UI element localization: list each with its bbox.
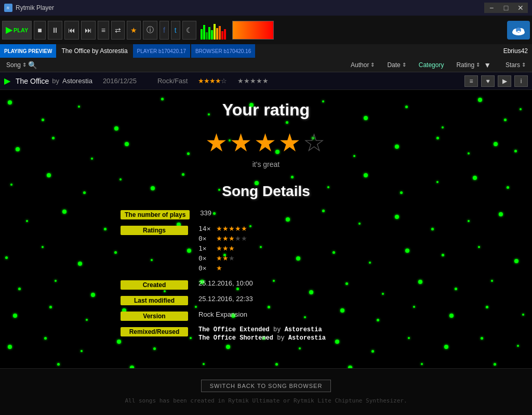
- col-category[interactable]: Category: [413, 58, 450, 72]
- remixed-title-1: The Office Extended: [198, 326, 270, 333]
- playing-badge: PLAYING PREVIEW: [0, 44, 56, 58]
- content-panel: Your rating ★★★★☆ it's great Song Detail…: [121, 100, 411, 348]
- col-song[interactable]: Song ⇕ 🔍: [0, 58, 43, 72]
- player-info: PLAYER b170420.17: [133, 44, 190, 58]
- rating-stars-5: ★★★★★: [216, 225, 247, 232]
- background-dot: [455, 288, 457, 290]
- titlebar-left: R Rytmik Player: [4, 4, 54, 12]
- minimize-button[interactable]: −: [484, 3, 499, 13]
- background-dot: [468, 220, 470, 222]
- background-dot: [421, 363, 423, 365]
- song-rating-stars: ★★★★: [198, 77, 221, 85]
- background-dot: [517, 345, 519, 347]
- details-table: The number of plays 339 Ratings 14× ★★★★…: [121, 209, 411, 343]
- background-dot: [55, 280, 57, 282]
- background-dot: [49, 306, 52, 308]
- modified-row: Last modified 25.12.2016, 22:33: [121, 295, 411, 305]
- remixed-line-1: The Office Extended by Astorestia: [198, 326, 411, 333]
- cloud-button[interactable]: ☁: [507, 21, 530, 40]
- background-dot: [81, 350, 83, 352]
- window-controls[interactable]: − □ ✕: [484, 3, 528, 13]
- col-date[interactable]: Date ⇕: [381, 58, 412, 72]
- col-rating-label: Rating: [456, 61, 474, 69]
- main-content: Your rating ★★★★☆ it's great Song Detail…: [0, 90, 532, 415]
- song-details-title: Song Details: [121, 183, 411, 200]
- background-dot: [114, 251, 117, 254]
- background-dot: [26, 220, 28, 222]
- rating-line-3star-a: 0× ★★★★★: [198, 235, 411, 242]
- favorite-button[interactable]: ★: [127, 21, 141, 40]
- song-heart-button[interactable]: ♥: [481, 75, 495, 87]
- facebook-button[interactable]: f: [159, 21, 169, 40]
- background-dot: [522, 314, 524, 316]
- modified-value: 25.12.2016, 22:33: [198, 295, 411, 303]
- pause-button[interactable]: ⏸: [48, 21, 62, 40]
- col-rating[interactable]: Rating ⇕ ▼: [450, 58, 499, 72]
- background-dot: [203, 363, 205, 365]
- background-dot: [42, 119, 44, 121]
- switch-to-browser-button[interactable]: SWITCH BACK TO SONG BROWSER: [201, 380, 331, 392]
- filled-stars: ★★★★: [205, 129, 303, 157]
- sort-author-icon: ⇕: [370, 62, 375, 68]
- background-dot: [520, 108, 522, 110]
- background-dot: [494, 363, 496, 366]
- search-icon[interactable]: 🔍: [28, 61, 37, 69]
- rating-stars-1: ★: [216, 264, 222, 272]
- background-dot: [5, 256, 8, 259]
- rating-stars-2: ★★★: [216, 254, 235, 262]
- username: Ebrius42: [503, 47, 532, 55]
- filter-icon[interactable]: ▼: [482, 61, 493, 69]
- shuffle-button[interactable]: ⇄: [111, 21, 125, 40]
- col-song-label: Song: [6, 61, 21, 69]
- stop-button[interactable]: ■: [34, 21, 45, 40]
- background-dot: [91, 158, 93, 160]
- rating-count-3b: 1×: [198, 244, 214, 252]
- background-dot: [8, 100, 12, 105]
- background-dot: [42, 246, 44, 248]
- song-list-button[interactable]: ≡: [464, 75, 478, 87]
- col-author[interactable]: Author ⇕: [344, 58, 381, 72]
- song-name: The Office: [16, 77, 49, 85]
- song-row[interactable]: ▶ The Office by Astorestia 2016/12/25 Ro…: [0, 72, 532, 90]
- background-dot: [442, 126, 444, 128]
- song-play-button[interactable]: ▶: [4, 76, 10, 86]
- svg-text:☁: ☁: [516, 29, 521, 33]
- remixed-by-1: by: [273, 326, 285, 333]
- background-dot: [478, 98, 482, 102]
- ratings-breakdown: 14× ★★★★★ 0× ★★★★★ 1× ★★★ 0× ★★★: [198, 225, 411, 274]
- rating-line-2star: 0× ★★★: [198, 254, 411, 262]
- sort-date-icon: ⇕: [402, 62, 406, 68]
- maximize-button[interactable]: □: [499, 3, 513, 13]
- modified-label: Last modified: [121, 296, 188, 305]
- prev-button[interactable]: ⏮: [64, 21, 79, 40]
- night-button[interactable]: ☾: [182, 21, 196, 40]
- plays-row: The number of plays 339: [121, 209, 411, 219]
- playlist-button[interactable]: ≡: [98, 21, 109, 40]
- song-action-icons: ≡ ♥ ▶ i: [464, 75, 528, 87]
- rating-line-5star: 14× ★★★★★: [198, 225, 411, 232]
- your-rating-title: Your rating: [121, 100, 411, 120]
- background-dot: [494, 142, 498, 146]
- close-button[interactable]: ✕: [513, 3, 528, 13]
- app-icon: R: [4, 4, 12, 12]
- background-dot: [52, 137, 55, 139]
- info-button[interactable]: ⓘ: [143, 21, 157, 40]
- background-dot: [431, 228, 434, 230]
- remixed-author-1: Astorestia: [285, 326, 322, 333]
- bottom-bar: SWITCH BACK TO SONG BROWSER All songs ha…: [0, 368, 532, 415]
- background-dot: [418, 280, 422, 284]
- song-date: 2016/12/25: [103, 77, 137, 85]
- background-dot: [481, 337, 483, 340]
- background-dot: [436, 181, 438, 183]
- background-dot: [104, 228, 107, 230]
- song-info-button[interactable]: i: [514, 75, 528, 87]
- next-button[interactable]: ⏭: [81, 21, 96, 40]
- remixed-label: Remixed/Reused: [121, 327, 188, 336]
- play-button[interactable]: ▶ PLAY: [2, 21, 32, 40]
- song-play-action-button[interactable]: ▶: [498, 75, 511, 87]
- col-stars[interactable]: Stars ⇕: [499, 58, 532, 72]
- background-dot: [514, 150, 517, 152]
- browser-info: BROWSER b170420.16: [191, 44, 255, 58]
- twitter-button[interactable]: t: [171, 21, 180, 40]
- background-dot: [449, 314, 454, 318]
